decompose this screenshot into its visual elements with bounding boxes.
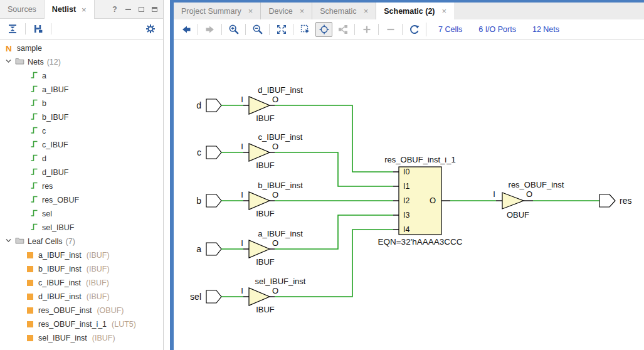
tree-item-label: a xyxy=(42,72,46,80)
tree-item-res-obuf-inst[interactable]: res_OBUF_inst(OBUF) xyxy=(0,304,163,317)
forward-button[interactable] xyxy=(201,22,218,37)
tree-item-b[interactable]: b xyxy=(0,97,163,110)
tree-item-label: b_IBUF xyxy=(42,113,68,122)
tree-item-sample[interactable]: Nsample xyxy=(0,41,163,55)
chevron-down-icon[interactable] xyxy=(5,237,12,246)
input-port-a[interactable] xyxy=(206,243,221,255)
schematic-canvas[interactable]: dIOd_IBUF_instIBUFcIOc_IBUF_instIBUFbIOb… xyxy=(174,40,644,350)
regenerate-button[interactable] xyxy=(406,22,423,37)
obuf-symbol[interactable] xyxy=(502,193,524,209)
pin-label-out: O xyxy=(272,95,278,104)
tree-item-label: a_IBUF_inst xyxy=(38,251,82,260)
tree-item-res-obuf[interactable]: res_OBUF xyxy=(0,193,163,207)
tree-item-sel-ibuf-inst[interactable]: sel_IBUF_inst(IBUF) xyxy=(0,331,163,345)
tree-item-a[interactable]: a xyxy=(0,69,163,83)
net-wire-sel_IBUF[interactable] xyxy=(275,230,393,297)
close-icon[interactable]: × xyxy=(82,5,87,14)
ibuf-symbol-d[interactable] xyxy=(249,97,270,114)
port-label-res: res xyxy=(620,196,631,206)
tree-item-c[interactable]: c xyxy=(0,124,163,138)
tab-netlist[interactable]: Netlist × xyxy=(44,0,95,19)
lut-pin-label-I1: I1 xyxy=(403,182,409,191)
instance-name: sel_IBUF_inst xyxy=(255,277,306,286)
netlist-tree: NsampleNets(12)aa_IBUFbb_IBUFcc_IBUFdd_I… xyxy=(0,40,163,350)
schematic-panel: Project Summary × Device × Schematic × S… xyxy=(174,3,644,350)
nets-count-link[interactable]: 12 Nets xyxy=(532,25,559,34)
tree-item-res[interactable]: res xyxy=(0,179,163,193)
tree-item-b-ibuf-inst[interactable]: b_IBUF_inst(IBUF) xyxy=(0,262,163,276)
cells-count-link[interactable]: 7 Cells xyxy=(438,25,462,34)
minimize-icon[interactable] xyxy=(124,6,132,13)
tree-item-c-ibuf-inst[interactable]: c_IBUF_inst(IBUF) xyxy=(0,276,163,290)
minus-icon xyxy=(385,24,396,35)
tree-item-label: d_IBUF xyxy=(42,168,68,177)
zoom-fit-button[interactable] xyxy=(273,22,290,37)
collapse-all-button[interactable] xyxy=(5,22,20,36)
add-button[interactable] xyxy=(358,22,375,37)
tab-schematic-2[interactable]: Schematic (2) × xyxy=(376,3,454,19)
io-ports-count-link[interactable]: 6 I/O Ports xyxy=(478,25,516,34)
ibuf-symbol-b[interactable] xyxy=(249,192,270,209)
zoom-in-button[interactable] xyxy=(225,22,242,37)
left-tab-bar: Sources Netlist × ? xyxy=(0,0,163,19)
toolbar-separator xyxy=(402,24,403,35)
settings-button[interactable] xyxy=(143,22,158,36)
tree-item-label: res xyxy=(42,182,53,191)
close-icon[interactable]: × xyxy=(248,6,253,16)
cell-type-label: IBUF xyxy=(256,161,275,170)
input-port-sel[interactable] xyxy=(206,290,221,303)
tree-item-label: Nets xyxy=(28,58,44,66)
ibuf-symbol-sel[interactable] xyxy=(249,288,270,305)
lut-pin-label-I3: I3 xyxy=(403,211,409,220)
tab-label: Project Summary xyxy=(181,7,241,16)
tree-item-c-ibuf[interactable]: c_IBUF xyxy=(0,138,163,152)
maximize-icon[interactable] xyxy=(137,6,145,13)
ibuf-symbol-c[interactable] xyxy=(249,144,270,161)
tree-item-nets[interactable]: Nets(12) xyxy=(0,55,163,69)
tree-item-d-ibuf[interactable]: d_IBUF xyxy=(0,166,163,179)
float-icon[interactable] xyxy=(150,6,158,13)
tree-item-sel-ibuf[interactable]: sel_IBUF xyxy=(0,221,163,235)
close-icon[interactable]: × xyxy=(300,6,305,16)
tree-item-a-ibuf[interactable]: a_IBUF xyxy=(0,83,163,97)
tree-item-d[interactable]: d xyxy=(0,152,163,166)
tree-item-res-obuf-inst-i-1[interactable]: res_OBUF_inst_i_1(LUT5) xyxy=(0,317,163,331)
toolbar-separator xyxy=(378,24,379,35)
pin-label-in: I xyxy=(241,142,243,151)
autofit-selection-button[interactable] xyxy=(315,22,332,37)
tree-item-label: res_OBUF_inst xyxy=(38,306,92,315)
tree-item-a-ibuf-inst[interactable]: a_IBUF_inst(IBUF) xyxy=(0,248,163,262)
close-icon[interactable]: × xyxy=(364,6,369,16)
ibuf-symbol-a[interactable] xyxy=(249,240,270,258)
back-button[interactable] xyxy=(177,22,194,37)
tab-sources[interactable]: Sources xyxy=(0,0,44,18)
lut-pin-label-out: O xyxy=(430,196,436,205)
tab-schematic[interactable]: Schematic × xyxy=(312,3,376,19)
output-port-res[interactable] xyxy=(599,194,615,207)
tree-item-cell-type: (IBUF) xyxy=(92,334,115,342)
lut-pin-label-I4: I4 xyxy=(403,225,409,234)
tree-item-d-ibuf-inst[interactable]: d_IBUF_inst(IBUF) xyxy=(0,290,163,304)
close-icon[interactable]: × xyxy=(442,6,447,16)
tree-item-b-ibuf[interactable]: b_IBUF xyxy=(0,110,163,124)
expand-cone-button[interactable] xyxy=(334,22,351,37)
instance-name: b_IBUF_inst xyxy=(258,181,303,190)
net-icon xyxy=(30,112,38,122)
scroll-to-selected-button[interactable] xyxy=(31,22,46,36)
tree-item-sel[interactable]: sel xyxy=(0,207,163,221)
zoom-out-button[interactable] xyxy=(249,22,266,37)
input-port-d[interactable] xyxy=(206,99,221,112)
chevron-down-icon[interactable] xyxy=(5,58,12,66)
input-port-b[interactable] xyxy=(206,194,221,207)
tab-project-summary[interactable]: Project Summary × xyxy=(174,3,261,19)
instance-name: d_IBUF_inst xyxy=(258,85,303,95)
zoom-to-selection-button[interactable] xyxy=(297,22,314,37)
tab-device[interactable]: Device × xyxy=(261,3,312,19)
expand-cone-icon xyxy=(337,24,349,35)
input-port-c[interactable] xyxy=(206,146,221,159)
tree-item-label: c_IBUF xyxy=(42,141,68,149)
help-icon[interactable]: ? xyxy=(111,6,119,13)
remove-button[interactable] xyxy=(382,22,399,37)
tree-item-leaf-cells[interactable]: Leaf Cells(7) xyxy=(0,235,163,248)
tree-item-label: res_OBUF xyxy=(42,196,79,204)
